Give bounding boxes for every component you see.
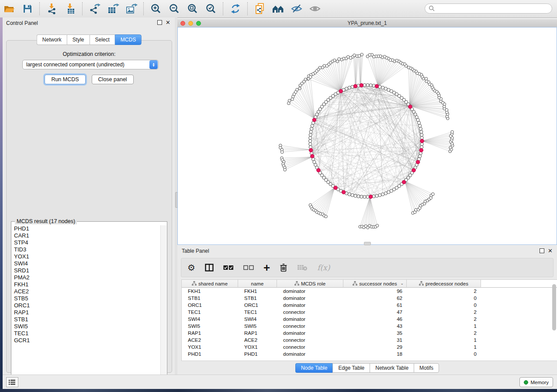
mcds-result-item[interactable]: TEC1 [14, 330, 161, 337]
memory-button-label: Memory [530, 380, 549, 385]
export-table-icon[interactable] [105, 2, 121, 16]
mcds-result-item[interactable]: ACE2 [14, 288, 161, 295]
mcds-result-item[interactable]: SRD1 [14, 267, 161, 274]
export-image-icon[interactable] [123, 2, 140, 16]
tab-mcds[interactable]: MCDS [115, 34, 142, 45]
new-network-from-selection-icon[interactable] [252, 2, 268, 16]
refresh-icon[interactable] [227, 2, 244, 16]
mcds-result-item[interactable]: PMA2 [14, 274, 161, 281]
tab-network-table[interactable]: Network Table [370, 363, 414, 373]
close-panel-icon[interactable]: ✕ [166, 21, 170, 24]
tab-select[interactable]: Select [90, 34, 115, 45]
zoom-selected-icon[interactable] [203, 2, 219, 16]
cell-shared_name: PHD1 [182, 351, 238, 358]
cell-shared_name: TEC1 [182, 309, 238, 316]
zoom-out-icon[interactable] [166, 2, 183, 16]
import-table-icon[interactable] [62, 2, 79, 16]
close-panel-button[interactable]: Close panel [92, 75, 134, 84]
close-table-panel-icon[interactable]: ✕ [548, 249, 553, 253]
tab-network[interactable]: Network [37, 34, 67, 45]
table-row[interactable]: SWI5SWI5connector431 [182, 323, 557, 330]
column-header-shared-name[interactable]: shared name [182, 280, 238, 288]
network-view-window: YPA_prune.txt_1 [177, 17, 557, 244]
mcds-result-item[interactable]: RAP1 [14, 309, 161, 316]
column-header-MCDS-role[interactable]: MCDS role [277, 280, 343, 288]
column-label: shared name [198, 281, 228, 286]
mcds-result-item[interactable]: STB5 [14, 295, 161, 302]
column-header-name[interactable]: name [238, 280, 277, 288]
cell-successor_nodes: 43 [343, 323, 407, 330]
save-session-icon[interactable] [19, 2, 36, 16]
ndex-browse-icon[interactable] [270, 2, 287, 16]
float-panel-icon[interactable] [157, 20, 162, 25]
run-mcds-button[interactable]: Run MCDS [45, 75, 85, 84]
node-table[interactable]: shared namenameMCDS rolesuccessor nodes⌄… [181, 279, 557, 361]
table-scrollbar-thumb[interactable] [552, 284, 556, 330]
task-history-button[interactable] [6, 377, 18, 387]
mcds-result-item[interactable]: FKH1 [14, 281, 161, 288]
table-row[interactable]: RAP1RAP1dominator352 [182, 330, 557, 337]
mcds-result-item[interactable]: YOX1 [14, 253, 161, 260]
open-session-icon[interactable] [1, 2, 17, 16]
add-column-icon[interactable]: + [263, 263, 270, 272]
mcds-result-item[interactable]: ORC1 [14, 302, 161, 309]
float-table-panel-icon[interactable] [540, 248, 544, 253]
search-input[interactable] [425, 3, 552, 14]
cell-predecessor_nodes: 1 [407, 323, 481, 330]
show-graphics-details-icon[interactable] [307, 2, 323, 16]
import-network-icon[interactable] [44, 2, 60, 16]
cell-shared_name: ACE2 [182, 337, 238, 344]
table-scrollbar[interactable] [552, 281, 556, 359]
mcds-result-scrollbar[interactable] [160, 225, 166, 384]
network-canvas[interactable] [177, 27, 557, 245]
table-type-tabs: Node TableEdge TableNetwork TableMotifs [177, 363, 557, 373]
cell-shared_name: SWI4 [182, 316, 238, 323]
table-row[interactable]: YOX1YOX1connector291 [182, 344, 557, 351]
mcds-result-item[interactable]: GCR1 [14, 337, 161, 344]
zoom-in-icon[interactable] [148, 2, 164, 16]
table-row[interactable]: PHD1PHD1dominator180 [182, 351, 557, 358]
mcds-result-item[interactable]: STB1 [14, 316, 161, 323]
export-network-icon[interactable] [86, 2, 103, 16]
table-row[interactable]: ACE2ACE2connector311 [182, 337, 557, 344]
table-row[interactable]: FKH1FKH1dominator962 [182, 288, 557, 295]
mcds-result-item[interactable]: STP4 [14, 239, 161, 246]
combo-stepper-icon: ▲▼ [149, 60, 158, 69]
deselect-all-icon[interactable] [243, 265, 254, 270]
cell-shared_name: FKH1 [182, 288, 238, 295]
cell-successor_nodes: 62 [343, 295, 407, 302]
table-row[interactable]: SWI4SWI4dominator462 [182, 316, 557, 323]
table-settings-icon[interactable]: ⚙ [187, 262, 195, 273]
node-table-header-row[interactable]: shared namenameMCDS rolesuccessor nodes⌄… [182, 280, 557, 288]
optimization-criterion-select[interactable]: largest connected component (undirected)… [22, 60, 159, 69]
cell-shared_name: SWI5 [182, 323, 238, 330]
horizontal-splitter-handle[interactable] [364, 242, 371, 245]
mcds-result-item[interactable]: CAR1 [14, 232, 161, 239]
mcds-result-item[interactable]: PHD1 [14, 225, 161, 232]
zoom-fit-icon[interactable] [184, 2, 201, 16]
mcds-tab-content: NetworkStyleSelectMCDS Optimization crit… [6, 40, 172, 373]
table-row[interactable]: STB1STB1dominator620 [182, 295, 557, 302]
table-row[interactable]: TEC1TEC1connector472 [182, 309, 557, 316]
column-header-predecessor-nodes[interactable]: predecessor nodes [407, 280, 481, 288]
column-header-successor-nodes[interactable]: successor nodes⌄ [343, 280, 407, 288]
delete-column-icon[interactable] [280, 263, 287, 272]
show-columns-icon[interactable] [205, 264, 214, 272]
network-graph[interactable] [178, 28, 557, 244]
node-table-body[interactable]: FKH1FKH1dominator962STB1STB1dominator620… [182, 288, 557, 358]
mcds-result-item[interactable]: TID3 [14, 246, 161, 253]
table-row[interactable]: ORC1ORC1dominator610 [182, 302, 557, 309]
sort-indicator-icon: ⌄ [400, 281, 404, 285]
cell-mcds_role: dominator [277, 330, 343, 337]
tab-motifs[interactable]: Motifs [414, 363, 439, 373]
tab-style[interactable]: Style [67, 34, 90, 45]
memory-button[interactable]: Memory [519, 377, 553, 387]
tab-edge-table[interactable]: Edge Table [332, 363, 370, 373]
mcds-result-item[interactable]: SWI4 [14, 260, 161, 267]
mcds-result-list[interactable]: PHD1CAR1STP4TID3YOX1SWI4SRD1PMA2FKH1ACE2… [12, 225, 161, 384]
tab-node-table[interactable]: Node Table [295, 363, 333, 373]
hide-graphics-details-icon[interactable] [288, 2, 305, 16]
mcds-result-item[interactable]: SWI5 [14, 323, 161, 330]
select-all-icon[interactable] [223, 265, 234, 270]
network-window-titlebar[interactable]: YPA_prune.txt_1 [177, 19, 557, 28]
